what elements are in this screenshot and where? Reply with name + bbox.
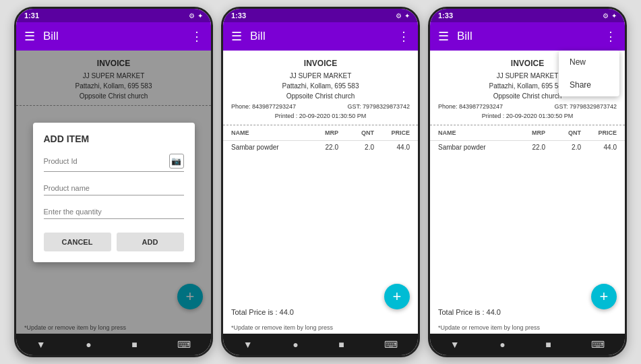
col-price-header-2: PRICE bbox=[374, 129, 410, 136]
col-name-header-3: NAME bbox=[438, 129, 510, 136]
bluetooth-icon-3: ✦ bbox=[611, 12, 617, 20]
phone-2: 1:33 ⚙ ✦ ☰ Bill ⋮ INVOICE JJ SUPER MARKE… bbox=[221, 7, 420, 357]
address1-2: Pattazhi, Kollam, 695 583 bbox=[231, 81, 410, 91]
bottom-note-2: *Update or remove item by long press bbox=[223, 322, 418, 334]
more-icon-3[interactable]: ⋮ bbox=[605, 29, 617, 44]
keyboard-nav-1[interactable]: ⌨ bbox=[177, 339, 191, 350]
status-bar-1: 1:31 ⚙ ✦ bbox=[16, 9, 211, 22]
dropdown-new[interactable]: New bbox=[559, 51, 619, 73]
col-qnt-header-2: QNT bbox=[338, 129, 374, 136]
settings-icon: ⚙ bbox=[189, 12, 195, 20]
invoice-title-2: INVOICE bbox=[231, 57, 410, 69]
settings-icon-3: ⚙ bbox=[603, 12, 609, 20]
keyboard-nav-3[interactable]: ⌨ bbox=[591, 339, 605, 350]
app-title-3: Bill bbox=[457, 30, 605, 43]
table-row-3-0: Sambar powder 22.0 2.0 44.0 bbox=[430, 141, 625, 154]
back-nav-3[interactable]: ▼ bbox=[450, 339, 460, 350]
quantity-input[interactable] bbox=[44, 208, 184, 219]
fab-2[interactable]: + bbox=[384, 284, 410, 309]
col-name-header-2: NAME bbox=[231, 129, 303, 136]
more-icon-1[interactable]: ⋮ bbox=[191, 29, 203, 44]
printed-3: Printed : 20-09-2020 01:30:50 PM bbox=[438, 112, 617, 121]
printed-2: Printed : 20-09-2020 01:30:50 PM bbox=[231, 112, 410, 121]
address2-2: Oppsoite Christ church bbox=[231, 91, 410, 101]
dropdown-share[interactable]: Share bbox=[559, 73, 619, 96]
product-name-input[interactable] bbox=[44, 184, 184, 195]
cancel-button[interactable]: CANCEL bbox=[44, 233, 111, 251]
phone-gst-row-2: Phone: 8439877293247 GST: 79798329873742 bbox=[231, 102, 410, 112]
recent-nav-3[interactable]: ■ bbox=[545, 339, 551, 350]
dialog-actions: CANCEL ADD bbox=[44, 233, 184, 251]
app-bar-2: ☰ Bill ⋮ bbox=[223, 22, 418, 51]
bluetooth-icon: ✦ bbox=[197, 12, 203, 20]
status-icons-2: ⚙ ✦ bbox=[396, 12, 410, 20]
add-button[interactable]: ADD bbox=[117, 233, 184, 251]
row-name-3-0: Sambar powder bbox=[438, 144, 510, 151]
recent-nav-2[interactable]: ■ bbox=[338, 339, 344, 350]
product-id-row: 📷 bbox=[44, 154, 184, 172]
nav-bar-3: ▼ ● ■ ⌨ bbox=[430, 334, 625, 355]
table-row-2-0: Sambar powder 22.0 2.0 44.0 bbox=[223, 141, 418, 154]
settings-icon-2: ⚙ bbox=[396, 12, 402, 20]
home-nav-3[interactable]: ● bbox=[499, 339, 505, 350]
status-bar-2: 1:33 ⚙ ✦ bbox=[223, 9, 418, 22]
status-time-1: 1:31 bbox=[24, 11, 39, 20]
table-header-3: NAME MRP QNT PRICE bbox=[430, 125, 625, 141]
fab-3[interactable]: + bbox=[591, 284, 617, 309]
app-title-1: Bill bbox=[43, 30, 191, 43]
phone-1: 1:31 ⚙ ✦ ☰ Bill ⋮ INVOICE JJ SUPER MARKE… bbox=[14, 7, 213, 357]
dropdown-menu-3: New Share bbox=[559, 51, 619, 96]
product-id-input[interactable] bbox=[44, 157, 169, 165]
row-price-3-0: 44.0 bbox=[581, 144, 617, 151]
phone-3: 1:33 ⚙ ✦ ☰ Bill ⋮ New Share INVOICE JJ S… bbox=[428, 7, 627, 357]
add-item-dialog: ADD ITEM 📷 CANCEL ADD bbox=[33, 123, 195, 262]
app-bar-1: ☰ Bill ⋮ bbox=[16, 22, 211, 51]
back-nav-1[interactable]: ▼ bbox=[36, 339, 46, 350]
row-qnt-3-0: 2.0 bbox=[545, 144, 581, 151]
bluetooth-icon-2: ✦ bbox=[404, 12, 410, 20]
phone-3: Phone: 8439877293247 bbox=[438, 102, 503, 112]
status-icons-1: ⚙ ✦ bbox=[189, 12, 203, 20]
bottom-note-3: *Update or remove item by long press bbox=[430, 322, 625, 334]
status-bar-3: 1:33 ⚙ ✦ bbox=[430, 9, 625, 22]
nav-bar-1: ▼ ● ■ ⌨ bbox=[16, 334, 211, 355]
more-icon-2[interactable]: ⋮ bbox=[398, 29, 410, 44]
home-nav-2[interactable]: ● bbox=[293, 339, 298, 350]
nav-bar-2: ▼ ● ■ ⌨ bbox=[223, 334, 418, 355]
gst-3: GST: 79798329873742 bbox=[554, 102, 617, 112]
table-header-2: NAME MRP QNT PRICE bbox=[223, 125, 418, 141]
home-nav-1[interactable]: ● bbox=[86, 339, 91, 350]
shop-name-2: JJ SUPER MARKET bbox=[231, 71, 410, 81]
dialog-title: ADD ITEM bbox=[44, 133, 184, 144]
recent-nav-1[interactable]: ■ bbox=[131, 339, 137, 350]
row-name-2-0: Sambar powder bbox=[231, 144, 303, 151]
phone-2: Phone: 8439877293247 bbox=[231, 102, 296, 112]
phone-gst-row-3: Phone: 8439877293247 GST: 79798329873742 bbox=[438, 102, 617, 112]
row-mrp-2-0: 22.0 bbox=[303, 144, 338, 151]
col-mrp-header-3: MRP bbox=[510, 129, 545, 136]
gst-2: GST: 79798329873742 bbox=[347, 102, 410, 112]
menu-icon-3[interactable]: ☰ bbox=[438, 29, 449, 44]
menu-icon-1[interactable]: ☰ bbox=[24, 29, 35, 44]
status-icons-3: ⚙ ✦ bbox=[603, 12, 617, 20]
row-mrp-3-0: 22.0 bbox=[510, 144, 545, 151]
content-1: INVOICE JJ SUPER MARKET Pattazhi, Kollam… bbox=[16, 51, 211, 334]
keyboard-nav-2[interactable]: ⌨ bbox=[384, 339, 398, 350]
content-2: INVOICE JJ SUPER MARKET Pattazhi, Kollam… bbox=[223, 51, 418, 334]
status-time-3: 1:33 bbox=[438, 11, 453, 20]
menu-icon-2[interactable]: ☰ bbox=[231, 29, 242, 44]
camera-button[interactable]: 📷 bbox=[169, 154, 184, 169]
invoice-header-2: INVOICE JJ SUPER MARKET Pattazhi, Kollam… bbox=[223, 51, 418, 125]
col-price-header-3: PRICE bbox=[581, 129, 617, 136]
row-price-2-0: 44.0 bbox=[374, 144, 410, 151]
app-bar-3: ☰ Bill ⋮ New Share bbox=[430, 22, 625, 51]
app-title-2: Bill bbox=[250, 30, 398, 43]
status-time-2: 1:33 bbox=[231, 11, 246, 20]
col-mrp-header-2: MRP bbox=[303, 129, 338, 136]
col-qnt-header-3: QNT bbox=[545, 129, 581, 136]
dialog-overlay-1: ADD ITEM 📷 CANCEL ADD bbox=[16, 51, 211, 334]
back-nav-2[interactable]: ▼ bbox=[243, 339, 253, 350]
row-qnt-2-0: 2.0 bbox=[338, 144, 374, 151]
